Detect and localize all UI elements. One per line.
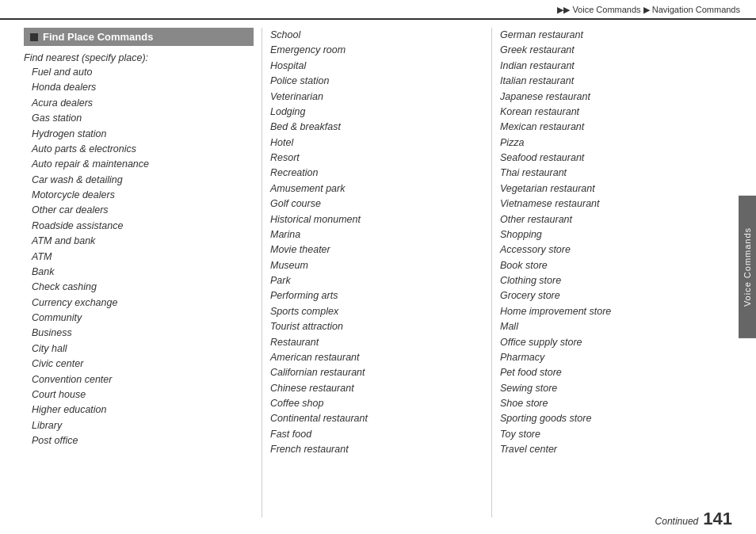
main-content: Find Place Commands Find nearest (specif… — [0, 20, 756, 525]
list-item: Higher education — [24, 402, 254, 418]
list-item: Fast food — [270, 427, 483, 442]
list-item: Pharmacy — [500, 350, 740, 365]
list-item: Toy store — [500, 427, 740, 442]
list-item: School — [270, 28, 483, 43]
list-item: Other restaurant — [500, 212, 740, 227]
list-item: Auto parts & electronics — [24, 142, 254, 157]
list-item: Lodging — [270, 105, 483, 120]
header-arrow2: ▶ — [643, 5, 650, 14]
list-item: Acura dealers — [24, 96, 254, 111]
list-item: Mall — [500, 319, 740, 334]
left-item-list: Fuel and autoHonda dealersAcura dealersG… — [24, 65, 254, 448]
side-tab: Voice Commands — [739, 196, 756, 338]
list-item: Indian restaurant — [500, 59, 740, 74]
list-item: Tourist attraction — [270, 319, 483, 334]
list-item: Thai restaurant — [500, 166, 740, 181]
list-item: Recreation — [270, 166, 483, 181]
list-item: Korean restaurant — [500, 105, 740, 120]
list-item: Hospital — [270, 59, 483, 74]
list-item: Veterinarian — [270, 90, 483, 105]
footer: Continued 141 — [655, 510, 732, 528]
header: ▶▶ Voice Commands ▶ Navigation Commands — [0, 0, 756, 20]
middle-item-list: SchoolEmergency roomHospitalPolice stati… — [270, 28, 483, 458]
header-breadcrumb: ▶▶ Voice Commands ▶ Navigation Commands — [557, 5, 740, 14]
list-item: Resort — [270, 151, 483, 166]
list-item: Post office — [24, 433, 254, 448]
list-item: Shoe store — [500, 396, 740, 411]
list-item: Seafood restaurant — [500, 151, 740, 166]
left-column: Find Place Commands Find nearest (specif… — [24, 28, 262, 517]
list-item: Gas station — [24, 111, 254, 126]
list-item: Emergency room — [270, 43, 483, 58]
footer-page-number: 141 — [703, 510, 732, 528]
list-item: Currency exchange — [24, 296, 254, 311]
middle-column: SchoolEmergency roomHospitalPolice stati… — [262, 28, 491, 517]
list-item: Motorcycle dealers — [24, 188, 254, 203]
header-arrow: ▶▶ — [557, 5, 570, 14]
list-item: Hydrogen station — [24, 127, 254, 142]
list-item: Vietnamese restaurant — [500, 196, 740, 212]
list-item: Home improvement store — [500, 304, 740, 319]
list-item: Pet food store — [500, 365, 740, 380]
list-item: City hall — [24, 341, 254, 357]
list-item: Other car dealers — [24, 203, 254, 218]
list-item: Museum — [270, 258, 483, 273]
list-item: Roadside assistance — [24, 219, 254, 234]
list-item: Check cashing — [24, 280, 254, 295]
list-item: Clothing store — [500, 273, 740, 288]
list-item: Greek restaurant — [500, 43, 740, 58]
list-item: ATM and bank — [24, 234, 254, 249]
section-header: Find Place Commands — [24, 28, 254, 46]
list-item: Continental restaurant — [270, 411, 483, 426]
list-item: Car wash & detailing — [24, 173, 254, 188]
section-title: Find Place Commands — [43, 31, 153, 43]
list-item: Vegetarian restaurant — [500, 181, 740, 196]
list-item: Grocery store — [500, 288, 740, 303]
list-item: Civic center — [24, 357, 254, 372]
list-item: Italian restaurant — [500, 74, 740, 89]
list-item: German restaurant — [500, 28, 740, 43]
list-item: Auto repair & maintenance — [24, 157, 254, 172]
list-item: Japanese restaurant — [500, 90, 740, 105]
list-item: ATM — [24, 250, 254, 265]
list-item: Marina — [270, 227, 483, 242]
find-nearest-label: Find nearest (specify place): — [24, 52, 254, 63]
section-header-icon — [30, 33, 38, 41]
list-item: Bank — [24, 265, 254, 280]
list-item: Police station — [270, 74, 483, 89]
list-item: Golf course — [270, 196, 483, 212]
list-item: Hotel — [270, 135, 483, 151]
list-item: Amusement park — [270, 181, 483, 196]
list-item: Sports complex — [270, 304, 483, 319]
list-item: Performing arts — [270, 288, 483, 303]
list-item: Convention center — [24, 372, 254, 387]
side-tab-label: Voice Commands — [743, 227, 752, 307]
list-item: Bed & breakfast — [270, 120, 483, 135]
list-item: Honda dealers — [24, 80, 254, 95]
list-item: Shopping — [500, 227, 740, 242]
list-item: Historical monument — [270, 212, 483, 227]
list-item: Restaurant — [270, 335, 483, 350]
list-item: American restaurant — [270, 350, 483, 365]
right-item-list: German restaurantGreek restaurantIndian … — [500, 28, 740, 458]
list-item: Court house — [24, 387, 254, 402]
list-item: Sewing store — [500, 381, 740, 396]
list-item: Library — [24, 418, 254, 433]
list-item: Fuel and auto — [24, 65, 254, 80]
list-item: Office supply store — [500, 335, 740, 350]
list-item: Mexican restaurant — [500, 120, 740, 135]
list-item: Accessory store — [500, 242, 740, 257]
list-item: Book store — [500, 258, 740, 273]
list-item: French restaurant — [270, 442, 483, 457]
footer-continued: Continued — [655, 516, 699, 527]
list-item: Business — [24, 326, 254, 341]
list-item: Travel center — [500, 442, 740, 457]
right-column: German restaurantGreek restaurantIndian … — [491, 28, 740, 517]
list-item: Park — [270, 273, 483, 288]
list-item: Pizza — [500, 135, 740, 151]
list-item: Chinese restaurant — [270, 381, 483, 396]
list-item: Sporting goods store — [500, 411, 740, 426]
list-item: Californian restaurant — [270, 365, 483, 380]
list-item: Movie theater — [270, 242, 483, 257]
list-item: Community — [24, 311, 254, 326]
